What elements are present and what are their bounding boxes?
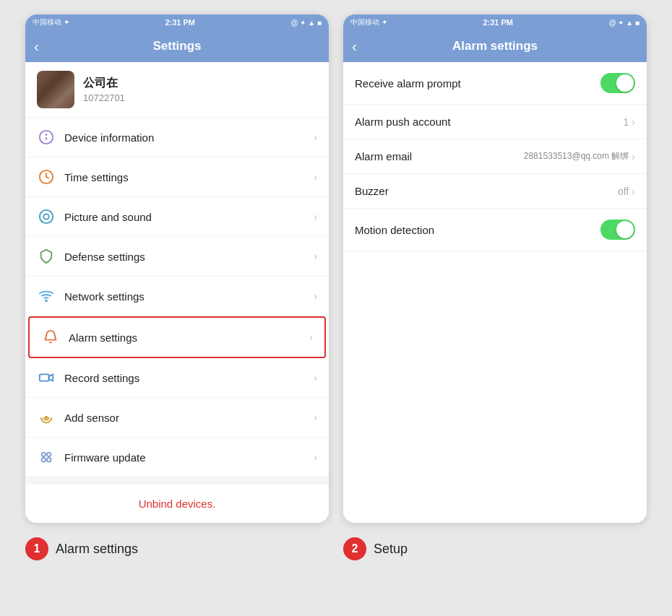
chevron-icon: ›	[314, 372, 317, 383]
menu-label-network-settings: Network settings	[64, 290, 314, 303]
phone-1: 中国移动 ✦ 2:31 PM @ ✦ ▲ ■ ‹ Settings 公司在 10…	[25, 14, 329, 523]
svg-rect-8	[40, 374, 49, 381]
menu-item-add-sensor[interactable]: Add sensor ›	[25, 398, 329, 438]
bottom-labels: 1 Alarm settings 2 Setup	[25, 537, 647, 560]
chevron-icon: ›	[309, 331, 313, 343]
menu-item-alarm-settings[interactable]: Alarm settings ›	[28, 316, 326, 358]
shield-icon	[37, 247, 56, 266]
back-button-2[interactable]: ‹	[352, 38, 357, 55]
menu-item-picture-sound[interactable]: Picture and sound ›	[25, 197, 329, 237]
status-bar-2: 中国移动 ✦ 2:31 PM @ ✦ ▲ ■	[343, 14, 647, 30]
chevron-icon: ›	[314, 290, 317, 302]
bell-icon	[41, 328, 60, 347]
settings-list: Device information › Time settings ›	[25, 118, 329, 523]
menu-label-alarm-settings: Alarm settings	[69, 331, 309, 344]
nav-bar-1: ‹ Settings	[25, 30, 329, 62]
svg-point-5	[43, 214, 48, 219]
menu-label-add-sensor: Add sensor	[64, 412, 314, 424]
svg-point-10	[42, 453, 46, 457]
svg-point-9	[46, 417, 48, 419]
menu-label-picture-sound: Picture and sound	[64, 211, 314, 223]
alarm-item-push-account[interactable]: Alarm push account 1 ›	[343, 105, 647, 139]
receive-alarm-toggle[interactable]	[600, 73, 635, 93]
chevron-icon: ›	[632, 116, 635, 128]
alarm-item-email[interactable]: Alarm email 2881533513@qq.com 解绑 ›	[343, 139, 647, 174]
profile-info: 公司在 10722701	[83, 76, 125, 103]
status-center-1: 2:31 PM	[165, 18, 195, 27]
chevron-icon: ›	[314, 131, 317, 143]
nav-title-1: Settings	[152, 39, 201, 53]
phone-2: 中国移动 ✦ 2:31 PM @ ✦ ▲ ■ ‹ Alarm settings …	[343, 14, 647, 523]
back-button-1[interactable]: ‹	[34, 38, 39, 55]
status-center-2: 2:31 PM	[483, 18, 513, 27]
bottom-label-2: 2 Setup	[343, 537, 647, 560]
menu-item-device-info[interactable]: Device information ›	[25, 118, 329, 157]
chevron-icon: ›	[314, 451, 317, 463]
menu-item-record-settings[interactable]: Record settings ›	[25, 358, 329, 398]
alarm-value-push-account: 1	[624, 116, 629, 128]
status-left-1: 中国移动 ✦	[33, 17, 69, 27]
alarm-label-receive: Receive alarm prompt	[355, 77, 600, 90]
alarm-label-buzzer: Buzzer	[355, 185, 618, 197]
svg-point-6	[46, 300, 47, 302]
profile-name: 公司在	[83, 76, 125, 91]
bottom-label-1: 1 Alarm settings	[25, 537, 329, 560]
nav-title-2: Alarm settings	[452, 39, 538, 53]
chevron-icon: ›	[314, 251, 317, 262]
alarm-label-email: Alarm email	[355, 150, 524, 162]
profile-id: 10722701	[83, 92, 125, 103]
chevron-icon: ›	[314, 171, 317, 183]
svg-point-11	[47, 453, 51, 457]
svg-point-13	[47, 458, 51, 462]
sensor-icon	[37, 408, 56, 427]
circle-num-2: 2	[343, 537, 366, 560]
info-icon	[37, 128, 56, 147]
unbind-section: Unbind devices.	[25, 485, 329, 523]
alarm-label-push-account: Alarm push account	[355, 116, 624, 128]
status-left-2: 中国移动 ✦	[350, 17, 387, 27]
menu-item-time-settings[interactable]: Time settings ›	[25, 157, 329, 197]
alarm-item-motion[interactable]: Motion detection	[343, 209, 647, 251]
menu-label-device-info: Device information	[64, 131, 314, 144]
motion-detection-toggle[interactable]	[600, 220, 635, 240]
alarm-item-receive[interactable]: Receive alarm prompt	[343, 62, 647, 105]
status-bar-1: 中国移动 ✦ 2:31 PM @ ✦ ▲ ■	[25, 14, 329, 30]
avatar-image	[37, 71, 74, 108]
menu-label-firmware-update: Firmware update	[64, 451, 314, 464]
toggle-knob	[616, 74, 634, 92]
alarm-value-buzzer: off	[618, 186, 629, 197]
svg-point-4	[40, 210, 53, 223]
chevron-icon: ›	[314, 211, 317, 222]
chevron-icon: ›	[632, 151, 635, 162]
profile-row: 公司在 10722701	[25, 62, 329, 118]
menu-label-defense-settings: Defense settings	[64, 251, 314, 263]
bottom-label-text-2: Setup	[374, 542, 408, 557]
clock-icon	[37, 168, 56, 186]
status-right-2: @ ✦ ▲ ■	[609, 19, 639, 27]
avatar	[37, 71, 74, 108]
toggle-knob-motion	[616, 221, 634, 238]
menu-item-firmware-update[interactable]: Firmware update ›	[25, 438, 329, 477]
chevron-icon: ›	[632, 186, 635, 197]
record-icon	[37, 368, 56, 387]
status-right-1: @ ✦ ▲ ■	[291, 19, 322, 27]
svg-point-12	[42, 458, 46, 462]
alarm-item-buzzer[interactable]: Buzzer off ›	[343, 174, 647, 209]
alarm-label-motion: Motion detection	[355, 224, 600, 236]
nav-bar-2: ‹ Alarm settings	[343, 30, 647, 62]
unbind-button[interactable]: Unbind devices.	[38, 498, 316, 510]
settings-divider	[25, 477, 329, 485]
camera-circle-icon	[37, 207, 56, 226]
alarm-list: Receive alarm prompt Alarm push account …	[343, 62, 647, 523]
menu-item-network-settings[interactable]: Network settings ›	[25, 277, 329, 316]
chevron-icon: ›	[314, 412, 317, 423]
circle-num-1: 1	[25, 537, 48, 560]
menu-item-defense-settings[interactable]: Defense settings ›	[25, 237, 329, 277]
firmware-icon	[37, 448, 56, 467]
alarm-value-email: 2881533513@qq.com 解绑	[524, 150, 629, 162]
bottom-label-text-1: Alarm settings	[56, 542, 138, 557]
menu-label-time-settings: Time settings	[64, 171, 314, 183]
wifi-icon	[37, 287, 56, 305]
menu-label-record-settings: Record settings	[64, 372, 314, 384]
